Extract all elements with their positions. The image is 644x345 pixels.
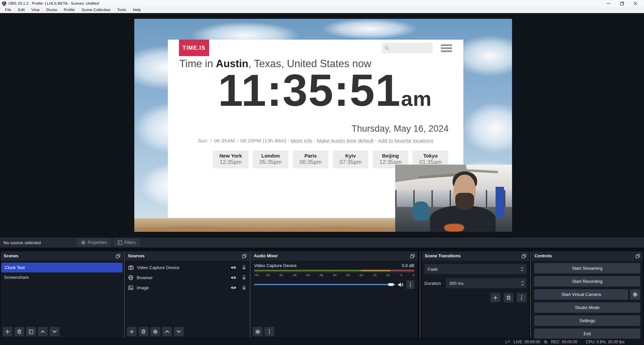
- transitions-dock: Scene Transitions Fade Duration 300 ms: [422, 251, 529, 338]
- menu-file[interactable]: File: [2, 7, 15, 13]
- scene-move-down-button[interactable]: [50, 327, 59, 336]
- properties-button[interactable]: Properties: [77, 239, 111, 247]
- add-scene-button[interactable]: [3, 327, 12, 336]
- menu-docks[interactable]: Docks: [43, 7, 60, 13]
- menu-edit[interactable]: Edit: [15, 7, 28, 13]
- plus-icon: [130, 330, 134, 334]
- source-status-text: No source selected: [3, 240, 41, 245]
- up-icon: [165, 330, 169, 333]
- menu-help[interactable]: Help: [130, 7, 144, 13]
- studio-mode-button[interactable]: Studio Mode: [534, 302, 640, 313]
- scene-item-clock-test[interactable]: Clock Test: [1, 263, 123, 272]
- menu-tools[interactable]: Tools: [114, 7, 130, 13]
- dock-splitter[interactable]: [420, 251, 420, 338]
- webcam-person-beard: [455, 193, 474, 210]
- status-bar: LIVE: 00:00:00 REC: 00:00:00 CPU: 0.6%, …: [0, 339, 644, 345]
- minimize-button[interactable]: [602, 0, 615, 7]
- eye-icon[interactable]: [231, 276, 236, 279]
- scenes-title: Scenes: [4, 254, 18, 258]
- virtual-camera-config-button[interactable]: [630, 289, 640, 300]
- scenes-dock: Scenes Clock Test Screenshare: [1, 251, 123, 338]
- sources-dock: Sources Video Capture Device: [125, 251, 249, 338]
- add-source-button[interactable]: [127, 327, 137, 336]
- scene-item-screenshare[interactable]: Screenshare: [1, 272, 123, 282]
- lock-icon[interactable]: [242, 265, 246, 270]
- popout-icon[interactable]: [522, 254, 526, 258]
- source-properties-button[interactable]: [150, 327, 160, 336]
- lock-icon[interactable]: [242, 285, 246, 290]
- maximize-icon: [620, 2, 624, 5]
- cloud: [322, 19, 416, 39]
- scene-move-up-button[interactable]: [38, 327, 48, 336]
- gear-icon: [81, 240, 86, 245]
- speaker-icon[interactable]: [398, 282, 404, 287]
- cloud: [463, 103, 512, 153]
- dock-splitter[interactable]: [530, 251, 531, 338]
- lock-icon[interactable]: [242, 275, 246, 280]
- dock-splitter[interactable]: [124, 251, 125, 338]
- start-recording-button[interactable]: Start Recording: [534, 276, 640, 287]
- filters-button[interactable]: Filters: [114, 239, 140, 247]
- filters-icon: [29, 330, 33, 334]
- clock-meridiem: am: [401, 87, 432, 110]
- transition-select[interactable]: Fade: [424, 264, 526, 274]
- maximize-button[interactable]: [615, 0, 629, 7]
- preview-canvas[interactable]: TIME.IS Time in Austin, Texas, United St…: [134, 19, 512, 232]
- down-icon: [521, 270, 523, 271]
- webcam-orange-object: [444, 224, 464, 232]
- mixer-menu-button[interactable]: [265, 327, 274, 336]
- menu-profile[interactable]: Profile: [60, 7, 78, 13]
- remove-scene-button[interactable]: [14, 327, 24, 336]
- filters-icon: [118, 241, 122, 245]
- scene-filters-button[interactable]: [26, 327, 36, 336]
- up-icon: [41, 330, 45, 333]
- source-item-image[interactable]: Image: [125, 283, 249, 293]
- remove-transition-button[interactable]: [504, 293, 513, 302]
- settings-button[interactable]: Settings: [534, 315, 640, 326]
- broadcast-off-icon: [505, 340, 510, 344]
- up-icon: [521, 267, 523, 269]
- exit-button[interactable]: Exit: [534, 329, 640, 339]
- volume-slider-handle[interactable]: [388, 283, 394, 286]
- volume-slider[interactable]: [254, 284, 395, 285]
- popout-icon[interactable]: [636, 254, 640, 258]
- duration-spinbox[interactable]: 300 ms: [446, 278, 526, 288]
- popout-icon[interactable]: [242, 254, 246, 258]
- source-item-browser[interactable]: Browser: [125, 272, 249, 283]
- controls-title: Controls: [535, 254, 552, 258]
- eye-icon[interactable]: [231, 286, 236, 290]
- close-icon: [634, 2, 637, 5]
- kebab-icon: [521, 295, 522, 300]
- popout-icon[interactable]: [116, 254, 120, 258]
- meter-tick-labels: -60 -55 -50 -45 -40 -35 -30 -25 -20 -15 …: [254, 273, 414, 277]
- globe-icon: [128, 275, 133, 280]
- eye-icon[interactable]: [231, 266, 236, 269]
- sources-title: Sources: [128, 254, 144, 258]
- source-item-video-capture[interactable]: Video Capture Device: [125, 262, 249, 272]
- close-button[interactable]: [629, 0, 642, 7]
- dock-splitter[interactable]: [250, 251, 250, 338]
- popout-icon[interactable]: [410, 254, 415, 258]
- kebab-icon: [410, 282, 411, 287]
- start-virtual-camera-button[interactable]: Start Virtual Camera: [534, 289, 628, 300]
- city-tile: New York12:35pm: [213, 150, 248, 168]
- camera-icon: [128, 265, 134, 270]
- duration-spin-arrows[interactable]: [521, 278, 524, 288]
- timeis-sun-info: Sun: ↑ 06:35AM ↓ 08:20PM (13h 46m)-More …: [168, 138, 463, 144]
- source-move-down-button[interactable]: [174, 327, 184, 336]
- menu-view[interactable]: View: [28, 7, 43, 13]
- transition-menu-button[interactable]: [517, 293, 526, 302]
- transition-select-arrows[interactable]: [517, 264, 526, 274]
- make-default-link: Make Austin time default: [317, 138, 374, 143]
- obs-logo-icon: [2, 1, 6, 6]
- menu-scene-collection[interactable]: Scene Collection: [78, 7, 114, 13]
- source-move-up-button[interactable]: [162, 327, 172, 336]
- timeis-logo: TIME.IS: [179, 40, 209, 56]
- mixer-channel-name: Video Capture Device: [254, 263, 296, 268]
- duration-label: Duration: [424, 281, 446, 286]
- start-streaming-button[interactable]: Start Streaming: [534, 263, 640, 273]
- add-transition-button[interactable]: [491, 293, 500, 302]
- advanced-audio-button[interactable]: [253, 327, 263, 336]
- remove-source-button[interactable]: [139, 327, 148, 336]
- mixer-channel-menu-button[interactable]: [406, 280, 414, 289]
